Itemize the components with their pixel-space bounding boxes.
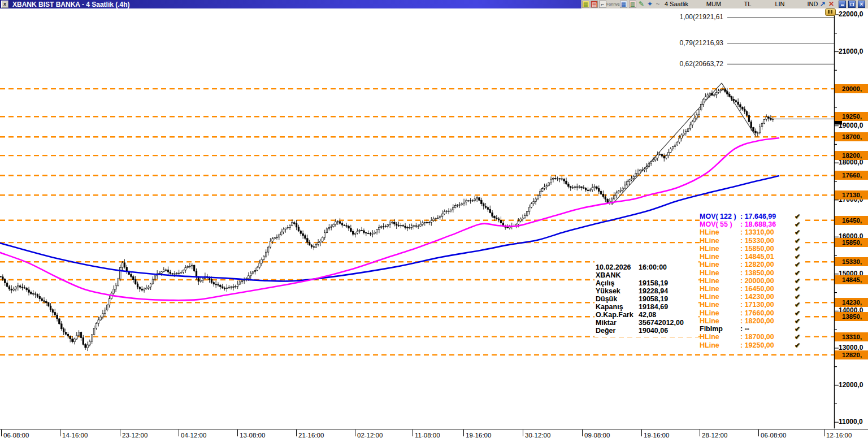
minimize-button[interactable] [839,1,846,8]
info-row: Değer19040,06 [596,327,668,335]
legend-value: : 20000,00 [740,277,774,285]
info-datetime: 10.02.202616:00:00 [596,263,667,271]
check-icon[interactable]: ✔ [795,309,800,317]
check-icon[interactable]: ✔ [795,301,800,309]
compass-icon[interactable]: ✦ [646,0,654,8]
check-icon[interactable]: ✔ [795,269,800,277]
x-tick [60,430,60,436]
legend-row[interactable]: HLine: 14845,01✔ [700,253,805,261]
legend-row[interactable]: HLine: 13850,00✔ [700,269,805,277]
wave-icon[interactable]: ~ [654,0,662,8]
legend-value: : 17660,00 [740,309,774,317]
legend-value: : -- [740,325,749,333]
hline-badge: 19250, [835,112,868,121]
check-icon[interactable]: ✔ [795,317,800,325]
legend-row[interactable]: HLine: 14230,00✔ [700,293,805,301]
legend-label: HLine [700,253,740,261]
legend-label: HLine [700,285,740,293]
close-icon[interactable]: x [1,1,8,8]
x-axis-label: 21-16:00 [298,432,324,439]
legend-row[interactable]: HLine: 12820,00✔ [700,261,805,268]
hline-badge: 12820, [835,350,868,359]
window-title: XBANK BIST BANKA - 4 Saatlik (.4h) [12,1,130,8]
flag-icon[interactable]: ⌐ [599,1,606,8]
legend-value: : 18200,00 [740,317,774,325]
legend-row[interactable]: MOV( 122 ): 17.646,99✔ [700,213,805,220]
legend-row[interactable]: HLine: 13310,00✔ [700,228,805,236]
legend-value: : 15330,00 [740,237,774,245]
check-icon[interactable]: ✔ [795,213,800,220]
toolbar-button-tl[interactable]: TL [741,0,754,8]
legend-label: HLine [700,245,740,253]
legend-row[interactable]: HLine: 18700,00✔ [700,333,805,341]
legend-label: HLine [700,277,740,285]
check-icon[interactable]: ✔ [795,237,800,245]
x-axis-label: 13-08:00 [240,432,265,439]
indicator-legend[interactable]: MOV( 122 ): 17.646,99✔MOV( 55 ): 18.688,… [700,212,805,351]
legend-value: : 17130,00 [740,301,774,309]
lock-icon[interactable] [825,8,836,16]
legend-label: HLine [700,269,740,277]
info-row: Miktar356742012,00 [596,319,684,327]
quote-icon[interactable]: ▤ [591,1,598,8]
check-icon[interactable]: ✔ [795,333,800,341]
window-close-button[interactable]: × [858,1,865,8]
toolbar-button-mum[interactable]: MUM [704,0,724,8]
check-icon[interactable]: ✔ [795,261,800,268]
legend-row[interactable]: FibImp: --✔ [700,325,805,333]
info-row: Açılış19158,19 [596,279,668,287]
legend-row[interactable]: HLine: 18200,00✔ [700,317,805,325]
info-row: Yüksek19228,94 [596,287,668,295]
x-axis-label: 23-12:00 [122,432,147,439]
legend-value: : 14845,01 [740,253,774,261]
restore-button[interactable] [848,1,856,8]
hline-badge: 16450, [835,216,868,225]
board-icon[interactable]: ▦ [582,1,589,8]
legend-label: HLine [700,237,740,245]
check-icon[interactable]: ✔ [795,341,800,349]
check-icon[interactable]: ✔ [795,277,800,285]
grid-icon[interactable]: ▦ [620,1,627,8]
check-icon[interactable]: ✔ [795,245,800,253]
toolbar-button-4-saatlik[interactable]: 4 Saatlik [662,0,691,8]
ohlc-info-box: 10.02.202616:00:00 XBANK Açılış19158,19Y… [594,261,698,337]
check-icon[interactable]: ✔ [795,293,800,301]
legend-row[interactable]: HLine: 15330,00✔ [700,237,805,245]
legend-row[interactable]: MOV( 55 ): 18.688,36✔ [700,220,805,228]
x-tick [355,430,355,436]
x-axis-label: 04-12:00 [181,432,206,439]
legend-value: : 17.646,99 [740,213,776,220]
check-icon[interactable]: ✔ [795,325,800,333]
check-icon[interactable]: ✔ [795,253,800,261]
legend-row[interactable]: HLine: 15850,00✔ [700,245,805,253]
check-icon[interactable]: ✔ [795,220,800,228]
x-tick [179,430,179,436]
check-icon[interactable]: ✔ [795,228,800,236]
legend-value: : 13850,00 [740,269,774,277]
hline-badge: 17130, [835,190,868,200]
check-icon[interactable]: ✔ [795,285,800,293]
legend-row[interactable]: HLine: 17130,00✔ [700,301,805,309]
send-arrow-icon[interactable]: ↗ [819,0,827,8]
x-axis-strip[interactable]: 06-08:0014-16:0023-12:0004-12:0013-08:00… [0,429,868,442]
hline-badge: 14845, [835,275,868,284]
pencil-icon[interactable]: ✎ [637,0,645,8]
hline-badge: 20000, [835,84,868,93]
x-tick [296,430,297,436]
legend-row[interactable]: HLine: 16450,00✔ [700,285,805,293]
legend-row[interactable]: HLine: 17660,00✔ [700,309,805,317]
legend-row[interactable]: HLine: 19250,00✔ [700,341,805,349]
legend-value: : 16450,00 [740,285,774,293]
trend-line[interactable] [612,83,722,205]
tools-icon[interactable]: ✕ [827,0,835,8]
hline-badge: 15330, [835,257,868,266]
hline-badge: 14230, [835,298,868,307]
legend-label: HLine [700,301,740,309]
x-axis-label: 19-16:00 [466,432,491,439]
hline-badge: 17660, [835,171,868,180]
legend-row[interactable]: HLine: 20000,00✔ [700,277,805,285]
toolbar-button-lin[interactable]: LIN [771,0,788,8]
hline-badge: 13850, [835,312,868,321]
candles-icon[interactable]: ▥ [629,1,636,8]
legend-value: : 14230,00 [740,293,774,301]
